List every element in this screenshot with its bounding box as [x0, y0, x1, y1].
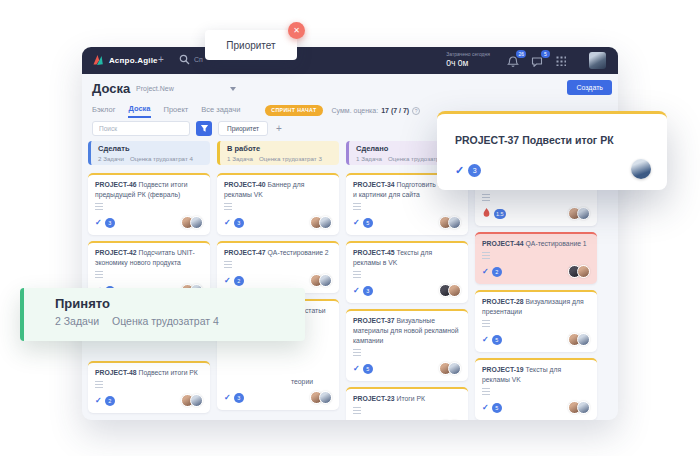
app-titlebar: Аспро.Agile + Сп Затрачено сегодня 0ч 0м…	[82, 47, 618, 74]
assignee-avatars	[568, 265, 590, 278]
avatar	[448, 362, 461, 375]
popup-task-id: PROJECT-37	[455, 134, 519, 146]
points-badge: 5	[363, 218, 373, 228]
create-button[interactable]: Создать	[567, 80, 612, 95]
description-icon	[353, 349, 361, 356]
avatar	[319, 391, 332, 404]
check-icon: ✓	[224, 276, 231, 285]
check-icon: ✓	[224, 393, 231, 402]
apps-grid-icon[interactable]	[555, 55, 568, 68]
assignee-avatars	[439, 284, 461, 297]
description-icon	[224, 261, 232, 268]
task-card[interactable]: PROJECT-37Визуальные материалы для новой…	[346, 309, 468, 381]
info-icon[interactable]: ?	[412, 107, 420, 115]
check-icon: ✓	[482, 403, 489, 412]
task-title: Итоги РК	[397, 395, 425, 402]
task-id: PROJECT-46	[95, 181, 137, 188]
app-window: Аспро.Agile + Сп Затрачено сегодня 0ч 0м…	[82, 47, 618, 420]
popup-task-title: Подвести итог РК	[522, 134, 613, 146]
accepted-task-count: 2 Задачи	[55, 315, 99, 327]
task-id: PROJECT-19	[482, 366, 524, 373]
description-icon	[353, 407, 361, 414]
tab-backlog[interactable]: Бэклог	[92, 105, 115, 117]
points-badge: 2	[105, 396, 115, 406]
points-badge: 3	[468, 164, 481, 177]
close-icon[interactable]: ✕	[288, 22, 305, 39]
assignee-avatars	[181, 394, 203, 407]
check-icon: ✓	[482, 267, 489, 276]
assignee-avatars	[310, 391, 332, 404]
summary-estimate: Сумм. оценка: 17 (7 / 7) ?	[332, 107, 421, 115]
summary-value: 17 (7 / 7)	[381, 107, 409, 114]
check-icon: ✓	[224, 218, 231, 227]
check-icon: ✓	[482, 335, 489, 344]
check-icon: ✓	[353, 364, 360, 373]
tab-project[interactable]: Проект	[164, 105, 189, 117]
avatar	[577, 207, 590, 220]
column-in-progress: В работе 1 ЗадачаОценка трудозатрат 3 PR…	[217, 141, 339, 420]
task-card[interactable]: PROJECT-45Тексты для рекламы в VK ✓3	[346, 241, 468, 303]
task-card[interactable]: PROJECT-47QA-тестирование 2 ✓2	[217, 241, 339, 293]
search-input[interactable]	[92, 121, 190, 136]
task-card-highlighted[interactable]: PROJECT-44QA-тестирование 1 ✓2	[475, 232, 597, 284]
description-icon	[482, 194, 490, 201]
column-task-count: 1 Задача	[356, 155, 382, 162]
task-card[interactable]: PROJECT-23Итоги РК ✓5	[346, 387, 468, 420]
description-icon	[482, 320, 490, 327]
add-icon[interactable]: +	[158, 54, 164, 65]
notifications-count-badge: 26	[516, 50, 526, 58]
accepted-column-overlay[interactable]: Принято 2 ЗадачиОценка трудозатрат 4	[20, 288, 305, 341]
assignee-avatars	[439, 362, 461, 375]
add-filter-icon[interactable]: +	[276, 123, 282, 134]
task-id: PROJECT-42	[95, 249, 137, 256]
task-id: PROJECT-48	[95, 369, 137, 376]
task-card[interactable]: PROJECT-46Подвести итоги предыдущей РК (…	[88, 173, 210, 235]
points-badge: 5	[492, 335, 502, 345]
tab-board[interactable]: Доска	[128, 104, 150, 118]
task-title: QA-тестирование 1	[526, 240, 587, 247]
column-header[interactable]: В работе 1 ЗадачаОценка трудозатрат 3	[217, 141, 339, 165]
check-icon: ✓	[353, 286, 360, 295]
task-card[interactable]: PROJECT-28Визуализация для презентации ✓…	[475, 290, 597, 352]
check-icon: ✓	[353, 218, 360, 227]
avatar	[577, 333, 590, 346]
user-avatar[interactable]	[589, 52, 606, 69]
accepted-title: Принято	[55, 296, 305, 311]
tab-all-tasks[interactable]: Все задачи	[201, 105, 240, 117]
column-title: В работе	[227, 144, 331, 153]
messages-icon[interactable]: 5	[531, 54, 544, 67]
avatar	[448, 284, 461, 297]
priority-tooltip: Приоритет ✕	[205, 30, 297, 60]
task-popup-card[interactable]: PROJECT-37 Подвести итог РК ✓3	[437, 111, 667, 190]
priority-filter-chip[interactable]: Приоритет	[218, 121, 268, 136]
check-icon: ✓	[455, 164, 464, 177]
task-card[interactable]: PROJECT-40Баннер для рекламы VK ✓3	[217, 173, 339, 235]
avatar	[577, 401, 590, 414]
messages-count-badge: 5	[541, 50, 550, 58]
avatar	[448, 216, 461, 229]
assignee-avatars	[181, 216, 203, 229]
task-card[interactable]: PROJECT-19Тексты для рекламы VK ✓5	[475, 358, 597, 420]
filter-funnel-button[interactable]	[196, 121, 212, 136]
board-select-value: Project.New	[136, 85, 174, 92]
accepted-estimate: Оценка трудозатрат 4	[112, 315, 219, 327]
board-select[interactable]: Project.New	[136, 85, 236, 92]
sprint-status-badge: СПРИНТ НАЧАТ	[265, 105, 322, 116]
assignee-avatar	[631, 159, 651, 179]
assignee-avatars	[568, 401, 590, 414]
points-badge: 5	[492, 403, 502, 413]
points-badge: 3	[234, 393, 244, 403]
search-icon[interactable]	[179, 54, 190, 65]
column-todo: Сделать 2 ЗадачиОценка трудозатрат 4 PRO…	[88, 141, 210, 420]
points-badge: 3	[363, 286, 373, 296]
fire-priority-icon	[482, 208, 491, 219]
column-header[interactable]: Сделать 2 ЗадачиОценка трудозатрат 4	[88, 141, 210, 165]
task-id: PROJECT-28	[482, 298, 524, 305]
description-icon	[353, 203, 361, 210]
time-tracker-label: Затрачено сегодня	[446, 51, 490, 57]
notifications-bell-icon[interactable]: 26	[507, 54, 520, 67]
description-icon	[482, 252, 490, 259]
task-card[interactable]: PROJECT-48Подвести итоги РК ✓2	[88, 361, 210, 413]
assignee-avatars	[439, 216, 461, 229]
task-id: PROJECT-34	[353, 181, 395, 188]
